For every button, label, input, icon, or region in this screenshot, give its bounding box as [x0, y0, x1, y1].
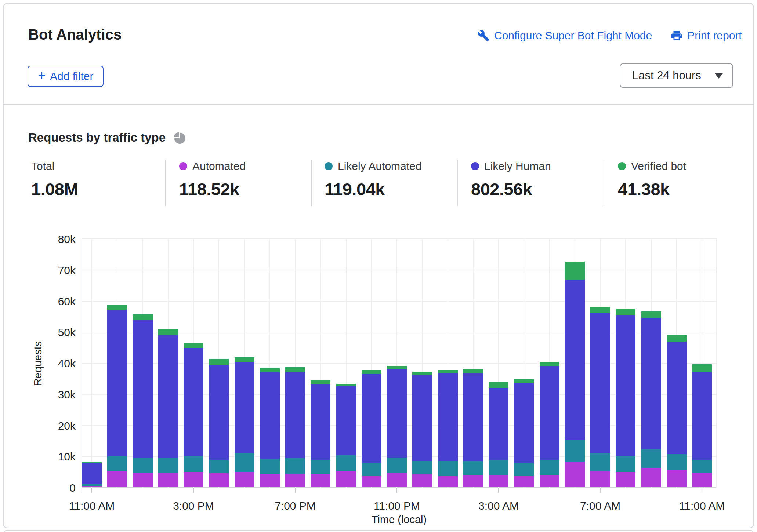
x-tick-label: 7:00 AM [580, 500, 620, 512]
bar-segment-likely-automated [489, 460, 508, 475]
chart-bar[interactable] [463, 369, 483, 487]
chart-bar[interactable] [641, 311, 661, 487]
bar-segment-verified-bot [590, 307, 610, 313]
bar-segment-verified-bot [311, 380, 330, 384]
bar-segment-likely-automated [387, 458, 407, 473]
chart-bar[interactable] [336, 384, 356, 487]
bar-segment-automated [590, 471, 610, 487]
bar-segment-verified-bot [463, 369, 483, 373]
add-filter-button[interactable]: + Add filter [28, 66, 104, 87]
y-tick-label: 70k [43, 264, 76, 277]
chart-bar[interactable] [82, 462, 102, 487]
stat-automated: Automated 118.52k [179, 160, 246, 199]
next-card-top-edge [3, 530, 754, 532]
chart-bar[interactable] [158, 329, 178, 487]
bar-segment-likely-human [438, 373, 458, 461]
bar-segment-likely-human [489, 388, 508, 460]
likely-automated-legend-dot [325, 162, 333, 170]
bar-segment-likely-human [311, 384, 330, 460]
verified-bot-legend-dot [618, 162, 626, 170]
chart-bar[interactable] [565, 262, 585, 487]
chart-bar[interactable] [489, 382, 508, 487]
stat-divider [165, 160, 166, 206]
chart-bar[interactable] [514, 379, 534, 487]
bar-segment-automated [412, 474, 432, 487]
y-tick-label: 50k [43, 326, 76, 339]
gridline-h [82, 238, 717, 239]
stat-likely-automated-label: Likely Automated [338, 160, 421, 172]
x-axis-tick [702, 488, 702, 493]
chart-bar[interactable] [438, 370, 458, 487]
x-axis-title: Time (local) [372, 514, 427, 526]
printer-icon [670, 29, 683, 42]
bar-segment-likely-human [514, 383, 534, 463]
time-range-value: Last 24 hours [632, 69, 701, 82]
y-axis-title: Requests [32, 341, 44, 386]
chart-bar[interactable] [616, 309, 635, 487]
configure-link-label: Configure Super Bot Fight Mode [494, 29, 652, 42]
bar-segment-likely-automated [463, 461, 483, 475]
bar-segment-verified-bot [336, 384, 356, 387]
bar-segment-verified-bot [285, 367, 305, 372]
bar-segment-automated [667, 470, 687, 487]
automated-legend-dot [179, 162, 187, 170]
time-range-select[interactable]: Last 24 hours [620, 63, 733, 88]
x-axis-tick [396, 488, 397, 493]
chart-bar[interactable] [692, 364, 712, 487]
chart-bar[interactable] [133, 314, 153, 487]
chart-bar[interactable] [285, 367, 305, 487]
bar-segment-likely-automated [158, 458, 178, 473]
chart-bar[interactable] [590, 307, 610, 487]
bar-segment-automated [311, 474, 330, 487]
chart-bar[interactable] [235, 357, 254, 487]
bar-segment-verified-bot [667, 335, 687, 342]
chart-bar[interactable] [107, 305, 127, 487]
x-axis-tick [295, 488, 296, 493]
chart-bar[interactable] [667, 335, 687, 487]
add-filter-label: Add filter [50, 70, 93, 83]
bar-segment-automated [133, 473, 153, 487]
stat-likely-automated: Likely Automated 119.04k [325, 160, 421, 199]
x-tick-label: 11:00 AM [679, 500, 725, 512]
x-tick-label: 3:00 AM [478, 500, 519, 512]
chart-bar[interactable] [362, 370, 381, 487]
bar-segment-automated [438, 476, 458, 487]
bar-segment-automated [641, 468, 661, 487]
stat-total-label: Total [31, 160, 54, 172]
print-report-link[interactable]: Print report [670, 29, 742, 42]
bar-segment-automated [362, 476, 381, 488]
bar-segment-automated [235, 472, 254, 487]
bar-segment-verified-bot [158, 329, 178, 335]
bar-segment-likely-human [336, 386, 356, 455]
chart-bar[interactable] [387, 366, 407, 487]
stat-automated-label: Automated [192, 160, 246, 172]
bar-segment-verified-bot [184, 343, 203, 348]
y-tick-label: 80k [43, 233, 76, 245]
bar-segment-automated [540, 475, 559, 487]
page-title: Bot Analytics [28, 26, 122, 43]
y-tick-label: 10k [43, 451, 76, 463]
chart-bar[interactable] [184, 343, 203, 487]
chart-bar[interactable] [412, 372, 432, 487]
bar-segment-likely-automated [667, 454, 687, 470]
bar-segment-verified-bot [565, 262, 585, 280]
bar-segment-likely-automated [590, 453, 610, 471]
bar-segment-likely-human [412, 375, 432, 461]
bar-segment-verified-bot [387, 366, 407, 369]
chart-bar[interactable] [540, 362, 559, 487]
bar-segment-likely-human [362, 374, 381, 463]
x-axis-tick [498, 488, 499, 493]
chart-bar[interactable] [260, 368, 280, 487]
bar-segment-likely-human [565, 280, 585, 440]
bar-segment-likely-human [133, 320, 153, 458]
bar-segment-likely-automated [82, 484, 102, 486]
header-divider [3, 104, 754, 105]
bar-segment-verified-bot [209, 359, 229, 365]
chart-bar[interactable] [311, 380, 330, 487]
stat-likely-human-value: 802.56k [471, 179, 551, 199]
bar-segment-likely-human [616, 315, 635, 456]
configure-super-bot-fight-mode-link[interactable]: Configure Super Bot Fight Mode [477, 29, 652, 42]
chart-bar[interactable] [209, 359, 229, 487]
y-tick-label: 0 [43, 482, 76, 494]
bar-segment-automated [489, 475, 508, 487]
